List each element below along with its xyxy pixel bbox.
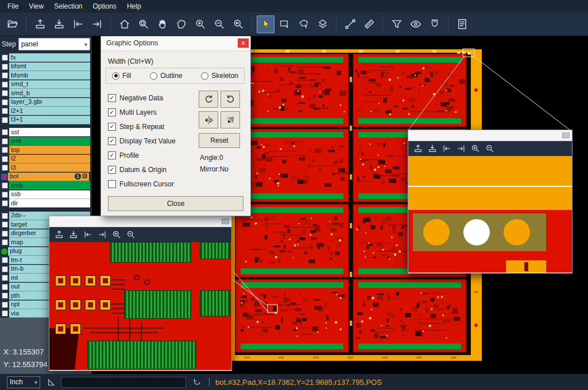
layer-visibility-checkbox[interactable] [2, 147, 8, 153]
eye-icon[interactable] [407, 15, 424, 33]
checkbox-display-text-value[interactable]: ✓Display Text Value [108, 134, 176, 148]
layer-visibility-checkbox[interactable] [2, 108, 8, 114]
layer-visibility-checkbox[interactable] [2, 275, 8, 281]
layer-visibility-checkbox[interactable] [2, 257, 8, 263]
layer-visibility-checkbox[interactable] [2, 138, 8, 145]
corner-ruler-icon[interactable] [46, 377, 56, 387]
layer-visibility-checkbox[interactable] [2, 302, 8, 308]
menu-view[interactable]: View [24, 0, 49, 13]
layer-visibility-checkbox[interactable] [2, 72, 8, 79]
upload-icon[interactable] [412, 143, 424, 154]
filter-icon[interactable] [388, 15, 405, 33]
snapshot-icon[interactable] [172, 15, 190, 33]
zoom-out-icon[interactable] [210, 15, 228, 33]
layer-row-fx[interactable]: fx [0, 53, 92, 63]
checkbox-negative-data[interactable]: ✓Negative Data [108, 91, 176, 105]
radio-outline[interactable]: Outline [150, 72, 182, 80]
step-selector[interactable]: panel ▾ [18, 38, 90, 50]
forward-icon[interactable] [96, 229, 108, 240]
window-button[interactable] [222, 219, 229, 224]
rotate-cw-button[interactable] [199, 91, 218, 108]
layer-row-layer_3.gbr[interactable]: layer_3.gbr [0, 98, 92, 107]
forward-icon[interactable] [88, 15, 106, 33]
layer-visibility-checkbox[interactable] [2, 117, 8, 123]
layer-visibility-checkbox[interactable] [2, 129, 8, 135]
layer-visibility-checkbox[interactable] [2, 99, 8, 106]
layer-row-sst[interactable]: sst [0, 128, 92, 137]
layer-row-smt[interactable]: smt [0, 137, 92, 146]
layer-row-bot[interactable]: bot1 [0, 173, 92, 182]
layer-row-top[interactable]: top [0, 146, 92, 155]
checkbox-datum-origin[interactable]: ✓Datum & Origin [108, 162, 176, 177]
mirror-diagonal-button[interactable] [220, 111, 240, 128]
magnifier-titlebar[interactable] [408, 130, 572, 141]
layer-visibility-checkbox[interactable] [2, 64, 8, 70]
layer-row-dir[interactable]: dir [0, 199, 92, 208]
command-input[interactable] [61, 377, 186, 388]
layer-visibility-checkbox[interactable] [2, 221, 8, 228]
layer-visibility-checkbox[interactable] [2, 231, 8, 237]
unit-selector[interactable]: Inch ▾ [7, 376, 40, 388]
refresh-icon[interactable] [192, 377, 202, 387]
menu-options[interactable]: Options [88, 0, 122, 13]
layer-visibility-checkbox[interactable] [2, 310, 8, 317]
layers-diamond-icon[interactable] [314, 15, 331, 33]
zoom-out-icon[interactable] [125, 229, 137, 240]
layer-visibility-checkbox[interactable] [2, 192, 8, 198]
ruler-icon[interactable] [360, 15, 378, 33]
layer-row-smd_t[interactable]: smd_t [0, 80, 92, 89]
menu-selection[interactable]: Selection [49, 0, 87, 13]
dialog-titlebar[interactable]: Graphic Options x [101, 36, 250, 51]
layer-visibility-checkbox[interactable] [2, 292, 8, 299]
layer-row-smb[interactable]: smb [0, 181, 92, 190]
home-icon[interactable] [115, 15, 133, 33]
checkbox-step-repeat[interactable]: ✓Step & Repeat [108, 119, 176, 134]
layer-visibility-checkbox[interactable] [2, 239, 8, 245]
magnifier-window-right[interactable] [408, 130, 572, 274]
layer-visibility-checkbox[interactable] [2, 213, 8, 219]
zoom-in-icon[interactable] [470, 143, 481, 154]
upload-icon[interactable] [53, 229, 65, 240]
rect-select-icon[interactable] [276, 15, 293, 33]
mirror-horizontal-button[interactable] [199, 111, 218, 128]
radio-fill[interactable]: Fill [112, 72, 131, 80]
poly-select-icon[interactable] [295, 15, 312, 33]
window-button[interactable] [562, 132, 570, 138]
reset-button[interactable]: Reset [199, 133, 240, 148]
layer-visibility-checkbox[interactable] [2, 90, 8, 96]
back-icon[interactable] [69, 15, 87, 33]
folder-open-icon[interactable] [3, 15, 21, 33]
layer-visibility-checkbox[interactable] [2, 165, 8, 171]
forward-icon[interactable] [455, 143, 467, 154]
checkbox-multi-layers[interactable]: ✓Multi Layers [108, 105, 176, 119]
magnifier-window-bottom[interactable] [49, 216, 232, 371]
zoom-region-icon[interactable] [134, 15, 152, 33]
menu-help[interactable]: Help [122, 0, 146, 13]
layer-visibility-checkbox[interactable] [2, 200, 8, 206]
checkbox-profile[interactable]: ✓Profile [108, 148, 176, 162]
layer-row-l2+1[interactable]: l2+1 [0, 107, 92, 116]
layer-row-bfsmt[interactable]: bfsmt [0, 63, 92, 72]
layer-row-l3[interactable]: l3 [0, 163, 92, 173]
back-icon[interactable] [441, 143, 452, 154]
layer-visibility-checkbox[interactable] [2, 54, 8, 61]
menu-file[interactable]: File [2, 0, 24, 13]
download-icon[interactable] [68, 229, 79, 240]
zoom-in-icon[interactable] [111, 229, 122, 240]
magnet-icon[interactable] [425, 15, 443, 33]
zoom-out-icon[interactable] [484, 143, 496, 154]
dialog-close-button[interactable]: Close [108, 196, 243, 211]
layer-row-ssb[interactable]: ssb [0, 190, 92, 200]
layer-visibility-checkbox[interactable] [2, 266, 8, 272]
upload-icon[interactable] [31, 15, 49, 33]
zoom-prev-icon[interactable] [229, 15, 247, 33]
layer-row-l2[interactable]: l2 [0, 155, 92, 164]
layer-visibility-checkbox[interactable] [2, 156, 8, 162]
pan-icon[interactable] [153, 15, 171, 33]
download-icon[interactable] [50, 15, 68, 33]
pointer-icon[interactable] [257, 15, 274, 33]
measure-line-icon[interactable] [341, 15, 359, 33]
close-icon[interactable]: x [238, 38, 249, 48]
magnifier-titlebar[interactable] [49, 216, 231, 227]
download-icon[interactable] [427, 143, 438, 154]
